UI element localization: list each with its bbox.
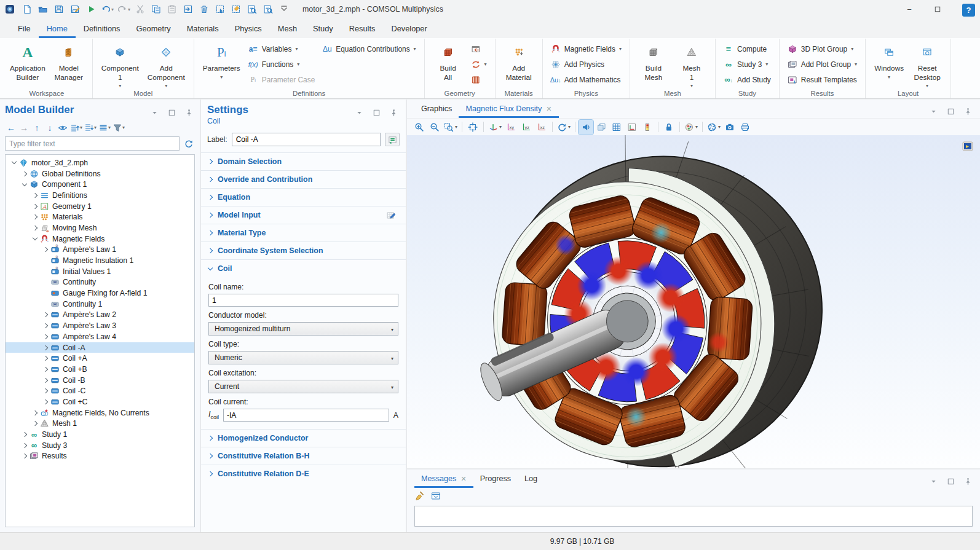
- model-manager-button[interactable]: Model Manager: [51, 41, 87, 82]
- tree-expander[interactable]: [20, 172, 29, 176]
- pin-panel-button[interactable]: [962, 105, 974, 117]
- close-tab-icon[interactable]: ✕: [546, 105, 551, 113]
- run-button[interactable]: [84, 2, 98, 17]
- tree-expander[interactable]: [30, 226, 39, 230]
- help-button[interactable]: ?: [962, 4, 975, 17]
- compute-button[interactable]: =Compute: [721, 42, 773, 55]
- variables-button[interactable]: a=Variables▾: [246, 42, 318, 55]
- tree-expander[interactable]: [20, 184, 29, 186]
- tree-expander[interactable]: [41, 324, 50, 328]
- update-view-button[interactable]: ▾: [706, 120, 722, 135]
- show-grid-button[interactable]: [609, 120, 624, 135]
- print-button[interactable]: [738, 120, 753, 135]
- float-panel-button[interactable]: [944, 475, 957, 487]
- tree-item-global-definitions[interactable]: Global Definitions: [6, 168, 194, 179]
- minimize-button[interactable]: −: [895, 0, 923, 18]
- parameter-case-button[interactable]: PiParameter Case: [246, 73, 318, 86]
- tree-expander[interactable]: [30, 238, 39, 240]
- tree-item-amp-re-s-law-3[interactable]: Ampère's Law 3: [6, 320, 194, 331]
- menu-item-mesh[interactable]: Mesh: [270, 18, 305, 38]
- transparency-button[interactable]: [594, 120, 609, 135]
- copy-button[interactable]: [149, 2, 164, 17]
- tree-expander[interactable]: [20, 444, 29, 447]
- rename-button[interactable]: [385, 133, 400, 146]
- tree-item-amp-re-s-law-2[interactable]: Ampère's Law 2: [6, 310, 194, 321]
- tree-expander[interactable]: [41, 356, 50, 360]
- redo-button[interactable]: ▾: [116, 2, 132, 17]
- tree-item-coil-+b[interactable]: Coil +B: [6, 364, 194, 375]
- section-equation[interactable]: Equation: [201, 188, 406, 206]
- tab-log[interactable]: Log: [518, 469, 544, 488]
- expand-sequence-button[interactable]: ▾: [69, 122, 83, 134]
- pin-panel-button[interactable]: [183, 106, 195, 119]
- select-box-button[interactable]: [213, 2, 227, 17]
- menu-item-developer[interactable]: Developer: [383, 18, 435, 38]
- add-plot-group-button[interactable]: Add Plot Group▾: [785, 58, 859, 71]
- menu-item-file[interactable]: File: [10, 18, 39, 38]
- open-button[interactable]: [36, 2, 50, 17]
- snapshot-button[interactable]: [722, 120, 737, 135]
- tree-item-geometry-1[interactable]: AGeometry 1: [6, 201, 194, 212]
- insert-button[interactable]: [181, 2, 196, 17]
- plot-group-3d-button[interactable]: 3D Plot Group▾: [785, 42, 859, 55]
- tree-expander[interactable]: [30, 422, 39, 425]
- update-geometry-button[interactable]: ▾: [468, 58, 489, 71]
- import-geometry-button[interactable]: [468, 42, 489, 55]
- default-view-button[interactable]: ▾: [487, 120, 503, 135]
- zoom-out-button[interactable]: [427, 120, 442, 135]
- tree-item-coil--c[interactable]: Coil -C: [6, 385, 194, 396]
- coil-name-input[interactable]: [208, 294, 398, 307]
- virtual-operations-button[interactable]: [468, 73, 489, 86]
- tree-expander[interactable]: [30, 215, 39, 219]
- add-material-button[interactable]: Add Material: [501, 41, 537, 82]
- menu-item-study[interactable]: Study: [305, 18, 341, 38]
- open-messages-window-button[interactable]: [430, 490, 442, 502]
- reset-desktop-button[interactable]: Reset Desktop▾: [909, 41, 945, 88]
- tree-expander[interactable]: [9, 162, 18, 163]
- tree-item-motor-3d-2-mph[interactable]: motor_3d_2.mph: [6, 157, 194, 168]
- tree-expander[interactable]: [41, 335, 50, 339]
- tree-item-coil--a[interactable]: Coil -A: [6, 342, 194, 353]
- zoom-extents-button[interactable]: [465, 120, 480, 135]
- tree-item-continuity-1[interactable]: Continuity 1: [6, 299, 194, 310]
- tree-item-materials[interactable]: Materials: [6, 211, 194, 222]
- menu-item-home[interactable]: Home: [39, 18, 76, 38]
- tree-item-mesh-1[interactable]: Mesh 1: [6, 418, 194, 430]
- tree-expander[interactable]: [41, 248, 50, 251]
- section-override-and-contribution[interactable]: Override and Contribution: [201, 170, 406, 188]
- section-constitutive-relation-d-e[interactable]: Constitutive Relation D-E: [201, 465, 406, 482]
- panel-menu-button[interactable]: [927, 105, 939, 117]
- study-3-button[interactable]: ∞Study 3▾: [721, 58, 773, 71]
- section-homogenized-conductor[interactable]: Homogenized Conductor: [201, 429, 406, 447]
- tree-item-study-3[interactable]: ∞Study 3: [6, 440, 194, 451]
- conductor-model-select[interactable]: Homogenized multiturn▾: [208, 322, 398, 336]
- section-coil[interactable]: Coil: [201, 259, 406, 277]
- result-templates-button[interactable]: Result Templates: [785, 73, 859, 86]
- tree-item-gauge-fixing-for-a-field-1[interactable]: Gauge Fixing for A-field 1: [6, 288, 194, 299]
- scene-light-button[interactable]: [579, 120, 593, 135]
- messages-output[interactable]: [414, 506, 973, 527]
- find-button[interactable]: [245, 2, 259, 17]
- show-axis-button[interactable]: [625, 120, 639, 135]
- menu-item-definitions[interactable]: Definitions: [76, 18, 128, 38]
- filter-button[interactable]: ▾: [112, 122, 125, 134]
- tree-expander[interactable]: [30, 194, 39, 197]
- nav-forward-button[interactable]: →: [18, 122, 30, 134]
- build-mesh-button[interactable]: Build Mesh: [636, 41, 671, 82]
- pin-panel-button[interactable]: [962, 475, 974, 487]
- menu-item-geometry[interactable]: Geometry: [128, 18, 179, 38]
- zoom-box-button[interactable]: ▾: [443, 120, 459, 135]
- section-model-input[interactable]: Model Input: [201, 206, 406, 224]
- tree-expander[interactable]: [41, 367, 50, 371]
- view-xz-button[interactable]: xz: [534, 120, 549, 135]
- magnetic-fields-button[interactable]: +−Magnetic Fields▾: [548, 42, 624, 55]
- cut-button[interactable]: [133, 2, 148, 17]
- tree-item-magnetic-fields-no-currents[interactable]: Magnetic Fields, No Currents: [6, 407, 194, 418]
- section-material-type[interactable]: Material Type: [201, 224, 406, 242]
- view-xy-button[interactable]: xy: [504, 120, 518, 135]
- tree-expander[interactable]: [41, 379, 50, 382]
- tree-item-coil--b[interactable]: Coil -B: [6, 375, 194, 386]
- color-legend-button[interactable]: [640, 120, 655, 135]
- tree-item-moving-mesh[interactable]: Moving Mesh: [6, 222, 194, 234]
- customize-toolbar-button[interactable]: [277, 2, 291, 17]
